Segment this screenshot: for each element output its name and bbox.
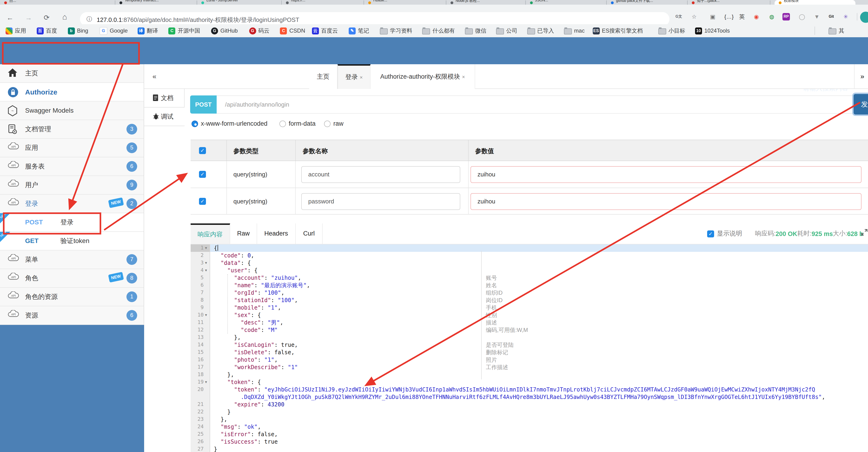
extension-globe-icon[interactable]: ◍ <box>768 13 775 21</box>
sidebar-item-菜单[interactable]: API菜单7 <box>0 250 144 269</box>
extension-m-icon[interactable]: ▼ <box>813 13 820 21</box>
doc-tab-文档[interactable]: 文档 <box>144 89 185 108</box>
home-icon[interactable]: ⌂ <box>62 13 67 21</box>
extension-gitzip-icon[interactable]: Git <box>828 13 835 21</box>
endpoint-url[interactable]: /api/authority/anno/login <box>217 95 854 114</box>
fold-toggle-icon[interactable]: ▼ <box>205 311 210 319</box>
reload-icon[interactable]: ⟳ <box>44 14 50 21</box>
response-tab-响应内容[interactable]: 响应内容 <box>191 223 230 244</box>
sidebar-item-应用[interactable]: API应用5 <box>0 139 144 157</box>
bookmark-item[interactable]: bBing <box>68 27 88 35</box>
extension-ring-icon[interactable]: ◯ <box>798 13 806 21</box>
tab-collapse-icon[interactable]: « <box>153 72 156 80</box>
json-line: "orgId": "100", <box>214 289 284 296</box>
sidebar-endpoint-get[interactable]: NEWGET验证token <box>0 232 144 250</box>
translate-icon[interactable]: G文 <box>675 13 682 21</box>
browser-tab[interactable]: Node.js 教程... <box>446 0 526 5</box>
tab-close-icon[interactable]: × <box>462 74 465 80</box>
bookmark-item[interactable]: 小目标 <box>658 27 685 35</box>
radio-x-www-form-urlencoded[interactable] <box>191 120 198 127</box>
show-desc-checkbox[interactable]: ✓ <box>707 230 714 237</box>
response-tab-Raw[interactable]: Raw <box>230 223 257 244</box>
bookmark-item[interactable]: 云百度云 <box>312 27 338 35</box>
sidebar-endpoint-post[interactable]: NEWPOST登录 <box>0 213 144 232</box>
bookmark-item[interactable]: 应用 <box>6 27 26 35</box>
radio-raw[interactable] <box>324 120 331 127</box>
param-col-header: 参数名称 <box>303 147 328 156</box>
response-tab-Curl[interactable]: Curl <box>296 223 323 244</box>
bookmark-item[interactable]: mac <box>564 27 585 35</box>
bookmark-item[interactable]: G码云 <box>249 27 270 35</box>
browser-tab[interactable]: Luna - JumpServer <box>197 0 282 5</box>
sidebar-item-资源[interactable]: API资源6 <box>0 306 144 325</box>
sidebar-item-文档管理[interactable]: 文档管理3 <box>0 120 144 139</box>
sidebar-item-登录[interactable]: API登录NEW2 <box>0 195 144 213</box>
site-info-icon[interactable]: ⓘ <box>87 16 92 23</box>
bookmark-item[interactable]: GGitHub <box>211 27 238 35</box>
extension-pinwheel-icon[interactable]: ✳ <box>842 13 849 21</box>
param-name-input[interactable]: password <box>301 193 460 210</box>
sidebar-item-主页[interactable]: 主页 <box>0 64 144 83</box>
doc-tab-调试[interactable]: 调试 <box>144 108 185 126</box>
param-value-input[interactable]: zuihou <box>470 193 862 210</box>
extension-qr-icon[interactable]: ▣ <box>709 13 716 21</box>
row-checkbox[interactable]: ✓ <box>199 171 206 178</box>
tab-Authorize-authority-权限模块[interactable]: Authorize-authority-权限模块× <box>371 64 475 89</box>
extension-rp-icon[interactable]: RP <box>782 13 790 21</box>
bookmark-item[interactable]: GGoogle <box>99 27 128 35</box>
sidebar-item-Authorize[interactable]: Authorize <box>0 83 144 102</box>
fold-toggle-icon[interactable]: ▼ <box>205 378 210 386</box>
sidebar-item-服务表[interactable]: API服务表6 <box>0 157 144 176</box>
sidebar-item-角色[interactable]: API角色NEW8 <box>0 269 144 288</box>
radio-form-data[interactable] <box>279 120 286 127</box>
fullscreen-icon[interactable] <box>861 229 868 235</box>
bookmarks-overflow-folder[interactable]: 其 <box>829 27 844 35</box>
tab-登录[interactable]: 登录× <box>338 64 371 89</box>
param-name-input[interactable]: account <box>301 166 460 183</box>
browser-tab[interactable]: github pack文件下载... <box>607 0 688 5</box>
bookmark-item[interactable]: 学习资料 <box>380 27 412 35</box>
bookmark-item[interactable]: CCSDN <box>280 27 305 35</box>
bookmark-item[interactable]: 微信 <box>465 27 486 35</box>
bookmark-item[interactable]: ✎笔记 <box>349 27 369 35</box>
bookmark-item[interactable]: 公司 <box>496 27 518 35</box>
back-icon[interactable]: ← <box>6 14 13 21</box>
fold-toggle-icon[interactable]: ▼ <box>205 267 210 274</box>
forward-icon[interactable]: → <box>25 14 32 21</box>
bookmark-item[interactable]: C开源中国 <box>168 27 200 35</box>
response-tab-Headers[interactable]: Headers <box>257 223 296 244</box>
send-button[interactable]: 发 <box>854 94 868 114</box>
extension-translate-en-icon[interactable]: 英 <box>738 13 746 21</box>
browser-tab[interactable]: 权限模块 <box>775 0 856 5</box>
browser-tab[interactable]: JSON... <box>526 0 607 5</box>
site-favicon-icon: 云 <box>312 27 319 34</box>
sidebar-item-Swagger Models[interactable]: ~Swagger Models <box>0 102 144 120</box>
address-bar[interactable]: ⓘ 127.0.0.1:8760/api/gate/doc.html#/auth… <box>80 12 670 26</box>
extension-chrome-icon[interactable]: ◉ <box>753 13 760 21</box>
param-value-input[interactable]: zuihou <box>470 166 862 183</box>
bookmark-star-icon[interactable]: ☆ <box>690 13 698 21</box>
sidebar-item-用户[interactable]: API用户9 <box>0 176 144 195</box>
row-checkbox[interactable]: ✓ <box>199 198 206 205</box>
browser-avatar[interactable] <box>860 12 868 23</box>
bookmark-item[interactable]: 101024Tools <box>695 27 730 35</box>
bookmark-item[interactable]: 已导入 <box>527 27 554 35</box>
bookmark-item[interactable]: 百百度 <box>37 27 57 35</box>
extension-json-icon[interactable]: {…} <box>724 13 732 21</box>
browser-tab[interactable]: 知乎...(pack... <box>688 0 770 5</box>
editor-gutter: 1▼23▼4▼5678910▼111213141516171819▼202122… <box>191 245 210 452</box>
browser-tab[interactable]: https://... <box>282 0 364 5</box>
bookmark-item[interactable]: 译翻译 <box>137 27 158 35</box>
bookmark-item[interactable]: ESES搜索引擎文档 <box>592 27 643 35</box>
select-all-checkbox[interactable]: ✓ <box>199 147 206 154</box>
browser-tab[interactable]: Temporary Interact... <box>115 0 197 5</box>
fold-toggle-icon[interactable]: ▼ <box>205 245 210 252</box>
tab-主页[interactable]: 主页 <box>309 64 338 89</box>
fold-toggle-icon[interactable]: ▼ <box>205 259 210 267</box>
browser-tab[interactable]: 自... <box>0 0 115 5</box>
tab-close-icon[interactable]: × <box>360 75 363 80</box>
browser-tab[interactable]: Hbase... <box>364 0 446 5</box>
bookmark-item[interactable]: 什么都有 <box>423 27 455 35</box>
sidebar-item-角色的资源[interactable]: API角色的资源1 <box>0 288 144 306</box>
tab-overflow-icon[interactable]: » <box>860 72 864 80</box>
